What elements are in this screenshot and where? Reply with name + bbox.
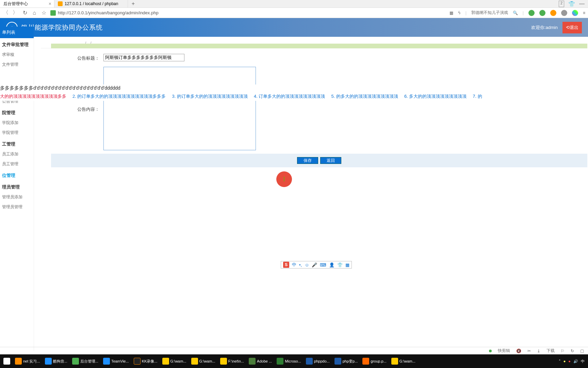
tab-phpmyadmin[interactable]: 127.0.0.1 / localhost / phpban [54, 0, 128, 7]
browser-status-bar: 快剪辑 🔇 ✂ ⤓ 下载 ⚐ ↻ ▢ [0, 347, 588, 354]
tray-volume-icon[interactable]: 🔊 [573, 359, 578, 364]
tray-chevron-icon[interactable]: ˄ [559, 359, 561, 364]
ime-emoji-icon[interactable]: ☺ [305, 262, 309, 267]
new-tab-button[interactable]: + [128, 1, 138, 7]
home-icon[interactable]: ⌂ [31, 10, 37, 16]
app-header: ◉ 银川能源学院协同办公系统 欢迎你:admin ⟲退出 [0, 18, 588, 37]
tray-lang[interactable]: 中 [581, 359, 585, 364]
reload-icon[interactable]: ↻ [22, 10, 28, 16]
sidebar-item[interactable]: 学院管理 [0, 128, 34, 138]
sogou-icon: S [283, 262, 289, 268]
sidebar-group[interactable]: 位管理 [0, 169, 34, 181]
address-bar: 〈 〉 ↻ ⌂ ☆ http://127.0.0.1/yinchuan/bang… [0, 8, 588, 18]
task-item[interactable]: Adobe ... [247, 356, 274, 367]
back-icon[interactable]: 〈 [3, 10, 9, 16]
search-hint[interactable]: 郭德纲不知儿子演戏 [471, 10, 508, 16]
sidebar-item[interactable]: 文件管理 [0, 60, 34, 70]
task-item[interactable]: Microso... [275, 356, 303, 367]
task-item[interactable]: group.p... [360, 356, 388, 367]
save-button[interactable]: 保存 [297, 157, 318, 164]
tab-label: 后台管理中心 [3, 1, 28, 7]
url-text: http://127.0.0.1/yinchuan/bangong/admin/… [58, 10, 159, 15]
mute-icon[interactable]: 🔇 [516, 349, 521, 353]
ime-skin-icon[interactable]: 👕 [337, 262, 343, 267]
sidebar-group[interactable]: 工管理 [0, 138, 34, 149]
ime-keyboard-icon[interactable]: ⌨ [320, 262, 326, 267]
task-item[interactable]: TeamVie... [101, 356, 131, 367]
task-item[interactable]: G:\wam... [160, 356, 189, 367]
task-item[interactable]: G:\wam... [389, 356, 418, 367]
download-icon[interactable]: ⤓ [537, 349, 540, 353]
sidebar-group[interactable]: 理员管理 [0, 181, 34, 192]
minimize-icon[interactable]: — [579, 1, 585, 7]
task-item[interactable]: 后台管理... [70, 356, 100, 367]
ime-composition: 多多多多多多多d'd'd'd'd'd'd'd'd'd'd'd'd'd'd'd'd… [0, 85, 588, 92]
capture-icon[interactable]: ✂ [527, 349, 531, 353]
wardrobe-icon[interactable]: 👕 [568, 1, 575, 7]
task-item[interactable]: KK录像... [132, 356, 160, 367]
task-item[interactable]: phppdo... [304, 356, 332, 367]
content-textarea[interactable] [103, 67, 256, 150]
task-item[interactable]: F:\net\n... [218, 356, 246, 367]
tray-shield-icon[interactable]: ● [568, 359, 571, 363]
sidebar-item[interactable]: 员工管理 [0, 159, 34, 169]
ime-toolbar[interactable]: S 中 •, ☺ 🎤 ⌨ 👤 👕 ▦ [281, 261, 352, 269]
status-dot-icon [489, 350, 492, 352]
sidebar-item[interactable]: 管理员管理 [0, 202, 34, 212]
title-label: 公告标题： [51, 54, 103, 61]
sidebar-group[interactable]: 文件审批管理 [0, 38, 34, 50]
task-item[interactable]: 酷狗音... [43, 356, 69, 367]
search-icon[interactable]: 🔍 [513, 11, 518, 15]
ime-candidates[interactable]: 大的的顶顶顶顶顶顶顶顶顶顶多多 2. 的订单多大的的顶顶顶顶顶顶顶顶顶顶多多多 … [0, 92, 588, 101]
menu-icon[interactable]: ≡ [583, 11, 585, 15]
taskbar: net 实习... 酷狗音... 后台管理... TeamVie... KK录像… [0, 354, 588, 368]
welcome-text: 欢迎你:admin [531, 25, 558, 31]
favicon-icon [58, 1, 63, 6]
flag-icon[interactable]: ⚐ [561, 349, 565, 353]
cursor-indicator: I [276, 171, 292, 187]
sidebar-item[interactable]: 管理员添加 [0, 192, 34, 202]
shield-icon [50, 10, 56, 16]
screenshot-icon[interactable] [561, 10, 567, 16]
sync-icon[interactable]: ↻ [571, 349, 574, 353]
sidebar: 单列表 文件审批管理 求审核 文件管理 公告添加 公告管理 院管理 学院添加 学… [0, 37, 34, 351]
sidebar-item[interactable]: 求审核 [0, 50, 34, 60]
sidebar-group[interactable]: 院管理 [0, 106, 34, 118]
button-row: 保存 返回 [51, 154, 587, 167]
title-input[interactable] [103, 54, 184, 61]
sidebar-item[interactable]: 学院添加 [0, 118, 34, 128]
task-item[interactable]: G:\wam... [189, 356, 217, 367]
close-icon[interactable]: × [49, 1, 51, 6]
grid-icon[interactable]: ▦ [450, 11, 453, 15]
ime-lang[interactable]: 中 [292, 262, 296, 268]
flash-icon[interactable]: ϟ [458, 11, 461, 15]
scissors-icon[interactable] [528, 10, 535, 16]
ime-toolbox-icon[interactable]: ▦ [345, 262, 349, 267]
url-field[interactable]: http://127.0.0.1/yinchuan/bangong/admin/… [50, 10, 159, 16]
apps-icon[interactable] [572, 10, 578, 16]
tab-label: 127.0.0.1 / localhost / phpban [65, 1, 118, 6]
ime-candidate-panel: 多多多多多多多d'd'd'd'd'd'd'd'd'd'd'd'd'd'd'd'd… [0, 85, 588, 101]
sidebar-item[interactable]: 员工添加 [0, 149, 34, 159]
content-area: 公告标题： 公告内容： 保存 返回 I [34, 37, 588, 351]
start-button[interactable] [1, 356, 12, 367]
translate-icon[interactable] [539, 10, 545, 16]
forward-icon[interactable]: 〉 [12, 10, 18, 16]
ime-voice-icon[interactable]: 🎤 [312, 262, 317, 267]
system-tray[interactable]: ˄ ● ● 🔊 中 [559, 359, 587, 364]
star-icon[interactable]: ☆ [41, 10, 47, 16]
download-label[interactable]: 下载 [546, 348, 555, 354]
ime-person-icon[interactable]: 👤 [329, 262, 334, 267]
task-item[interactable]: net 实习... [13, 356, 42, 367]
window-icon[interactable]: ▢ [580, 349, 584, 353]
back-button[interactable]: 返回 [320, 157, 341, 164]
tab-admin[interactable]: 后台管理中心 × [0, 0, 54, 7]
section-divider [51, 44, 587, 48]
status-label[interactable]: 快剪辑 [498, 348, 510, 354]
cloud-icon[interactable] [550, 10, 556, 16]
task-item[interactable]: php变p... [332, 356, 360, 367]
ime-punct-icon[interactable]: •, [299, 262, 302, 267]
tray-person-icon[interactable]: ● [564, 359, 566, 363]
sidebar-header: 单列表 [0, 27, 34, 38]
logout-button[interactable]: ⟲退出 [562, 22, 582, 33]
